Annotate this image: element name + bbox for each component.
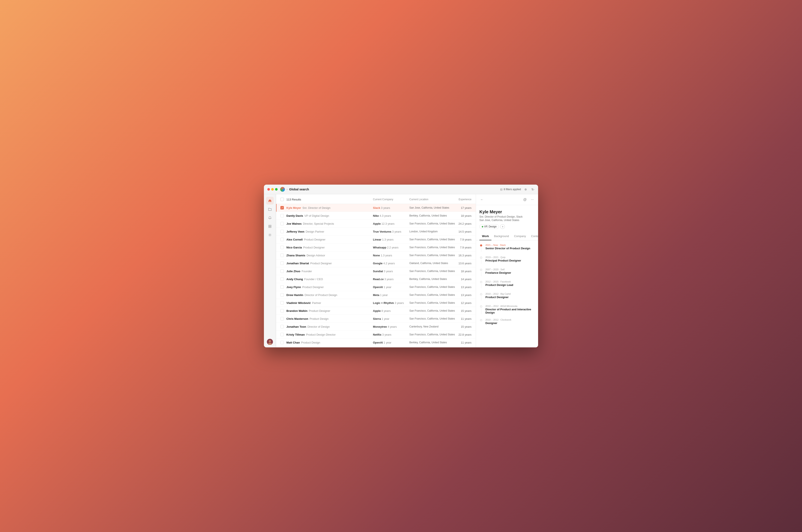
work-dot (480, 281, 482, 283)
tab-company[interactable]: Company (512, 232, 529, 240)
row-checkbox[interactable] (281, 293, 284, 297)
add-tag-button[interactable]: + (500, 224, 505, 229)
window-menu-icon[interactable]: ··· (532, 188, 535, 191)
table-row[interactable]: Joe Walnes Director, Special Projects Ap… (276, 220, 476, 228)
row-checkbox[interactable] (281, 325, 284, 328)
row-company: Google 4.2 years (373, 262, 409, 265)
row-name-section: Andy Chung Founder / CEO (286, 278, 373, 281)
share-icon[interactable]: ⊕ (523, 187, 528, 192)
row-company: Apple 8 years (373, 309, 409, 312)
row-checkbox[interactable] (281, 206, 284, 209)
row-checkbox[interactable] (281, 238, 284, 241)
row-experience: 13.6 years (452, 262, 472, 265)
title-chevron-icon[interactable]: › (287, 188, 287, 191)
row-checkbox[interactable] (281, 309, 284, 312)
row-checkbox[interactable] (281, 230, 284, 233)
row-company: Sierra 1 year (373, 317, 409, 320)
row-checkbox[interactable] (281, 246, 284, 249)
row-company-duration: 3 years (384, 278, 394, 281)
detail-tag-vp-design[interactable]: VP, Design (479, 224, 499, 229)
work-timeline (479, 280, 483, 288)
table-row[interactable]: Joey Flynn Product Designer OpenAI 1 yea… (276, 283, 476, 291)
sidebar-item-home[interactable] (266, 197, 274, 205)
row-checkbox[interactable] (281, 277, 284, 281)
table-row[interactable]: Jefferey Veen Design Partner True Ventur… (276, 228, 476, 235)
table-row[interactable]: Vladimir Milošević Partner Logic + Rhyth… (276, 299, 476, 307)
row-location: Berkley, California, United States (409, 341, 452, 344)
row-checkbox[interactable] (281, 333, 284, 336)
filter-badge[interactable]: ⊟ 8 filters applied (500, 188, 521, 191)
row-company-name: Google (373, 262, 383, 265)
row-name-section: Kristy Tillman Product Design Director (286, 333, 373, 336)
row-location: San Francisco, California, United States (409, 270, 452, 273)
select-all-checkbox[interactable] (281, 198, 284, 201)
work-history-item: 2012 – 2015 · Facebook Product Design Le… (479, 280, 535, 288)
row-checkbox[interactable] (281, 253, 284, 257)
row-person-title: Product Design Director (306, 333, 336, 336)
row-person-title: Product Designer (310, 262, 331, 265)
work-role: Senior Director of Product Design (485, 247, 530, 250)
row-person-name: Andy Chung (286, 278, 303, 281)
row-company-duration: 4.3 years (380, 214, 391, 217)
table-row[interactable]: Julius Tarng Freelance Software Creative… (276, 346, 476, 347)
table-row[interactable]: Jonathan Shariat Product Designer Google… (276, 259, 476, 267)
table-row[interactable]: Brandon Walkin Product Designer Apple 8 … (276, 307, 476, 315)
table-row[interactable]: Nico Garcia Product Designer Whatsapp 2.… (276, 244, 476, 251)
row-checkbox[interactable] (281, 269, 284, 273)
row-checkbox[interactable] (281, 222, 284, 225)
row-checkbox[interactable] (281, 317, 284, 320)
more-options-icon[interactable]: ··· (530, 197, 535, 203)
row-experience: 17 years (452, 206, 472, 209)
row-company-duration: 1.3 years (381, 254, 392, 257)
results-panel[interactable]: 113 Results Current Company Current Loca… (276, 194, 476, 347)
row-company: Meta 1 year (373, 293, 409, 297)
row-person-title: Product Designer (303, 246, 325, 249)
table-row[interactable]: Drew Hamlin Director of Product Design M… (276, 291, 476, 299)
table-row[interactable]: Chris Masterson Product Design Sierra 1 … (276, 315, 476, 323)
row-checkbox[interactable] (281, 301, 284, 305)
table-row[interactable]: Matt Chan Product Design OpenAI 1 year B… (276, 339, 476, 346)
avatar[interactable] (267, 339, 273, 345)
row-experience: 11 years (452, 317, 472, 320)
row-company-name: Apple (373, 309, 381, 312)
tab-contact[interactable]: Contact (529, 232, 538, 240)
close-button[interactable] (267, 188, 270, 191)
table-row[interactable]: Zhana Shamis Design Advisor None 1.3 yea… (276, 251, 476, 259)
results-list: Kyle Meyer Snr. Director of Design Slack… (276, 204, 476, 347)
table-row[interactable]: Andy Chung Founder / CEO Read.cv 3 years… (276, 275, 476, 283)
sidebar-item-apps[interactable] (266, 223, 274, 230)
row-checkbox[interactable] (281, 214, 284, 217)
row-company: OpenAI 1 year (373, 285, 409, 289)
page-title: Global search (289, 188, 309, 191)
row-location: San Francisco, California, United States (409, 238, 452, 241)
work-info: 2010 – 2012 · AIGA Minnesota Director of… (485, 305, 535, 314)
row-checkbox[interactable] (281, 341, 284, 344)
row-person-name: Julie Zhuo (286, 270, 300, 273)
row-company: Logic + Rhythm 3 years (373, 301, 409, 305)
email-icon[interactable]: @ (522, 197, 528, 203)
table-row[interactable]: Alex Cornell Product Designer Linear 1.3… (276, 235, 476, 244)
table-row[interactable]: Kyle Meyer Snr. Director of Design Slack… (276, 204, 476, 212)
row-person-title: Product Design (309, 317, 329, 320)
row-company: Netflix 3 years (373, 333, 409, 336)
back-button[interactable]: ← (479, 197, 484, 203)
tab-work[interactable]: Work (479, 232, 491, 240)
row-name-section: Jefferey Veen Design Partner (286, 230, 373, 233)
tab-background[interactable]: Background (491, 232, 511, 240)
row-experience: 12 years (452, 301, 472, 305)
row-checkbox[interactable] (281, 262, 284, 265)
work-info: 2012 – 2015 · Facebook Product Design Le… (485, 280, 513, 288)
row-company-name: OpenAI (373, 285, 383, 289)
sidebar-item-notifications[interactable] (266, 214, 274, 222)
table-row[interactable]: Julie Zhuo Founder Sundial 3 years San F… (276, 267, 476, 275)
work-role: Director of Product and Interactive Desi… (485, 308, 535, 314)
row-checkbox[interactable] (281, 285, 284, 289)
table-row[interactable]: Dantly Davis VP of Digital Design Nike 4… (276, 212, 476, 220)
minimize-button[interactable] (271, 188, 274, 191)
table-row[interactable]: Jonathan Toon Director of Design Moneytr… (276, 323, 476, 331)
sidebar-item-settings[interactable] (266, 231, 274, 239)
sidebar-item-folder[interactable] (266, 205, 274, 213)
work-role: Freelance Designer (485, 271, 511, 274)
maximize-button[interactable] (275, 188, 278, 191)
table-row[interactable]: Kristy Tillman Product Design Director N… (276, 331, 476, 339)
